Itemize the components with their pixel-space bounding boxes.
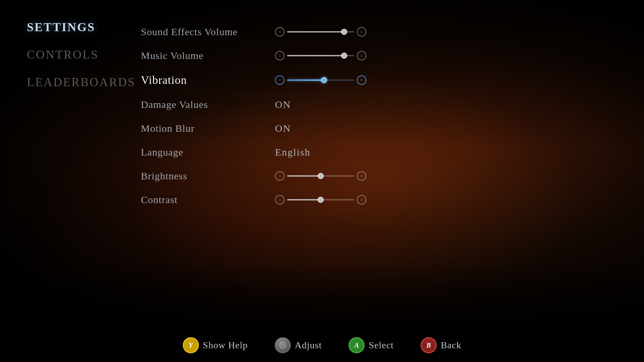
setting-label-damage-values: Damage Values [141, 99, 275, 110]
slider-track-sound [287, 31, 354, 33]
select-button[interactable]: A Select [348, 337, 393, 353]
slider-vibration[interactable]: − + [275, 75, 366, 85]
slider-brightness[interactable]: ○ ○ [275, 171, 366, 181]
toggle-damage-values[interactable]: ON [275, 99, 291, 110]
toggle-motion-blur[interactable]: ON [275, 123, 291, 134]
show-help-label: Show Help [203, 340, 248, 351]
setting-row-music-volume: Music Volume ○ ○ [141, 44, 392, 68]
value-damage-values: ON [275, 99, 291, 110]
setting-row-damage-values: Damage Values ON [141, 93, 392, 117]
setting-row-vibration: Vibration − + [141, 68, 392, 93]
setting-row-sound-effects-volume: Sound Effects Volume ○ ○ [141, 20, 392, 44]
setting-label-language: Language [141, 146, 275, 158]
setting-label-sound-effects-volume: Sound Effects Volume [141, 26, 275, 38]
setting-label-contrast: Contrast [141, 194, 275, 205]
setting-row-language: Language English [141, 140, 392, 164]
slider-contrast[interactable]: ○ ○ [275, 195, 366, 204]
slider-track-brightness [287, 175, 354, 177]
sidebar-nav: SETTINGS CONTROLS LEADERBOARDS [27, 20, 136, 89]
slider-track-vibration [287, 79, 354, 81]
slider-fill-brightness [287, 175, 321, 177]
value-motion-blur: ON [275, 123, 291, 134]
slider-decrease-music[interactable]: ○ [275, 51, 284, 60]
slider-fill-music [287, 55, 344, 56]
slider-increase-music[interactable]: ○ [357, 51, 366, 60]
slider-music-volume[interactable]: ○ ○ [275, 51, 366, 60]
slider-track-contrast [287, 199, 354, 200]
bottom-bar: Y Show Help Adjust A Select B Back [0, 328, 644, 362]
sidebar-item-leaderboards[interactable]: LEADERBOARDS [27, 75, 136, 89]
slider-fill-sound [287, 31, 344, 33]
adjust-button-icon [275, 337, 291, 353]
slider-fill-vibration [287, 79, 324, 81]
slider-decrease-sound[interactable]: ○ [275, 27, 284, 37]
back-label: Back [441, 340, 462, 351]
setting-label-motion-blur: Motion Blur [141, 123, 275, 134]
adjust-label: Adjust [295, 340, 322, 351]
sidebar-item-settings[interactable]: SETTINGS [27, 20, 136, 34]
select-language[interactable]: English [275, 146, 311, 158]
slider-increase-contrast[interactable]: ○ [357, 195, 366, 204]
setting-row-brightness: Brightness ○ ○ [141, 164, 392, 188]
setting-label-vibration: Vibration [141, 74, 275, 86]
slider-thumb-vibration [321, 77, 327, 83]
select-label: Select [369, 340, 393, 351]
y-button-icon: Y [183, 337, 199, 353]
value-language: English [275, 146, 311, 158]
back-button[interactable]: B Back [421, 337, 462, 353]
slider-increase-sound[interactable]: ○ [357, 27, 366, 37]
slider-increase-vibration[interactable]: + [357, 75, 366, 85]
slider-decrease-brightness[interactable]: ○ [275, 171, 284, 181]
slider-sound-effects-volume[interactable]: ○ ○ [275, 27, 366, 37]
slider-increase-brightness[interactable]: ○ [357, 171, 366, 181]
adjust-button[interactable]: Adjust [275, 337, 322, 353]
show-help-button[interactable]: Y Show Help [183, 337, 248, 353]
slider-track-music [287, 55, 354, 56]
settings-panel: Sound Effects Volume ○ ○ Music Volume ○ … [141, 20, 392, 212]
tree-silhouette [0, 261, 644, 328]
slider-decrease-contrast[interactable]: ○ [275, 195, 284, 204]
setting-row-contrast: Contrast ○ ○ [141, 188, 392, 212]
slider-thumb-music [341, 53, 347, 59]
setting-label-music-volume: Music Volume [141, 50, 275, 61]
setting-label-brightness: Brightness [141, 170, 275, 182]
slider-thumb-brightness [318, 173, 324, 179]
setting-row-motion-blur: Motion Blur ON [141, 117, 392, 140]
slider-thumb-sound [341, 29, 347, 35]
slider-fill-contrast [287, 199, 321, 200]
analog-stick-icon [279, 341, 287, 349]
slider-thumb-contrast [318, 197, 324, 203]
svg-point-1 [281, 344, 284, 347]
slider-decrease-vibration[interactable]: − [275, 75, 284, 85]
b-button-icon: B [421, 337, 437, 353]
a-button-icon: A [348, 337, 365, 353]
sidebar-item-controls[interactable]: CONTROLS [27, 48, 136, 62]
